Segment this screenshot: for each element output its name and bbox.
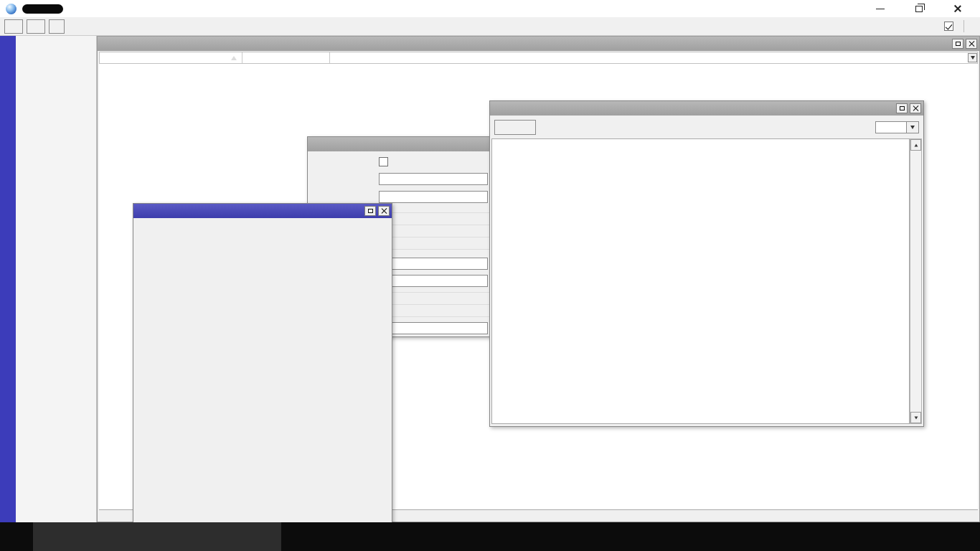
- column-select-dropdown[interactable]: [968, 53, 977, 62]
- column-header-name[interactable]: [100, 52, 242, 63]
- restore-icon[interactable]: [364, 206, 376, 216]
- taskbar: [0, 522, 980, 551]
- safe-mode-button[interactable]: [49, 19, 65, 34]
- taskbar-search-input[interactable]: [33, 522, 281, 551]
- restore-icon[interactable]: [896, 103, 908, 113]
- snmp-location-input[interactable]: [379, 191, 488, 203]
- toolbar-right-cluster: [944, 20, 976, 32]
- log-titlebar[interactable]: [490, 101, 923, 116]
- scroll-up-icon[interactable]: [910, 139, 921, 151]
- toolbar-divider: [963, 20, 964, 32]
- os-titlebar: [0, 0, 980, 17]
- resources-window: [133, 203, 392, 522]
- undo-button[interactable]: [4, 19, 23, 34]
- window-controls: [872, 2, 973, 15]
- log-filter: [875, 121, 919, 133]
- scroll-down-icon[interactable]: [910, 412, 921, 423]
- close-icon[interactable]: [950, 2, 966, 15]
- desktop: [0, 36, 980, 522]
- resources-body: [133, 218, 392, 522]
- window-title: [22, 4, 64, 14]
- sidebar-menu: [16, 36, 97, 522]
- profile-titlebar[interactable]: [98, 37, 979, 51]
- winbox-app-icon: [6, 4, 17, 14]
- close-icon[interactable]: [910, 103, 921, 113]
- restore-icon[interactable]: [911, 2, 927, 15]
- close-icon[interactable]: [966, 39, 977, 49]
- snmp-titlebar[interactable]: [308, 137, 493, 151]
- profile-table-header: [99, 52, 978, 64]
- task-view-button[interactable]: [281, 522, 314, 551]
- snmp-partial-field-2[interactable]: [379, 275, 488, 287]
- winbox-toolbar: [0, 17, 980, 36]
- restore-icon[interactable]: [952, 39, 963, 49]
- close-icon[interactable]: [378, 206, 390, 216]
- minimize-icon[interactable]: [872, 2, 888, 15]
- snmp-enabled-checkbox[interactable]: [379, 157, 388, 166]
- log-scrollbar[interactable]: [910, 138, 922, 424]
- log-window: [489, 100, 924, 427]
- column-header-usage[interactable]: [242, 52, 330, 63]
- brand-strip: [0, 36, 16, 522]
- snmp-partial-field[interactable]: [379, 258, 488, 270]
- sort-ascending-icon: [231, 56, 237, 60]
- snmp-contact-input[interactable]: [379, 173, 488, 185]
- resources-titlebar[interactable]: [133, 204, 392, 218]
- column-header-empty: [330, 52, 977, 63]
- log-list: [491, 138, 910, 424]
- start-button[interactable]: [0, 522, 33, 551]
- snmp-partial-field-3[interactable]: [379, 322, 488, 334]
- log-toolbar: [491, 116, 922, 138]
- log-filter-value[interactable]: [875, 121, 907, 133]
- redo-button[interactable]: [27, 19, 45, 34]
- system-tray: [926, 522, 980, 551]
- mdi-area: [97, 36, 980, 522]
- screen: [0, 0, 980, 551]
- redacted-ip: [22, 4, 63, 14]
- freeze-button[interactable]: [494, 120, 536, 135]
- filter-dropdown-icon[interactable]: [907, 121, 919, 133]
- hide-passwords-checkbox[interactable]: [944, 22, 953, 31]
